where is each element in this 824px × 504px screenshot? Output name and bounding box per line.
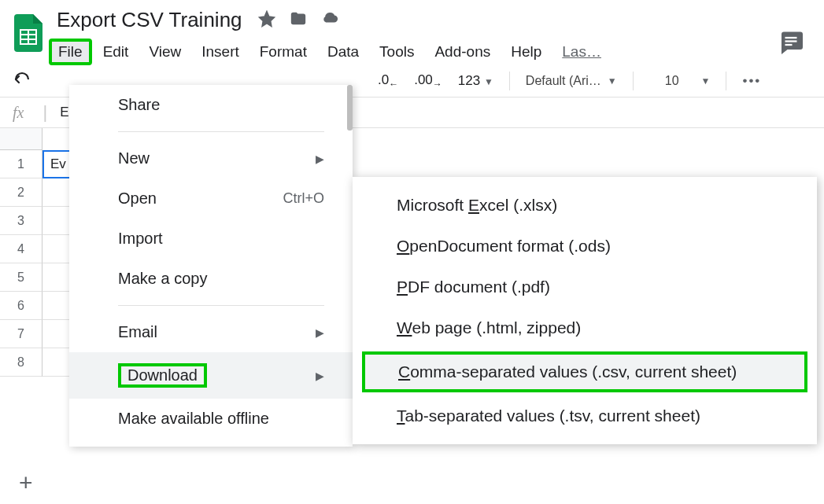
download-tsv[interactable]: Tab-separated values (.tsv, current shee… xyxy=(353,395,817,436)
decrease-decimal[interactable]: .0← xyxy=(378,72,398,90)
star-icon[interactable] xyxy=(258,10,275,31)
menu-format[interactable]: Format xyxy=(250,39,316,65)
menu-file[interactable]: File xyxy=(49,39,92,65)
menu-insert[interactable]: Insert xyxy=(192,39,249,65)
chevron-down-icon: ▼ xyxy=(608,75,617,86)
fx-value[interactable]: E xyxy=(60,105,68,120)
row-header[interactable]: 1 xyxy=(0,150,42,178)
menu-data[interactable]: Data xyxy=(318,39,368,65)
chevron-down-icon: ▼ xyxy=(701,75,711,86)
row-header[interactable]: 4 xyxy=(0,235,42,263)
fx-separator: | xyxy=(42,102,47,123)
menu-tools[interactable]: Tools xyxy=(370,39,423,65)
file-menu-download[interactable]: Download▶ xyxy=(69,352,353,399)
download-pdf[interactable]: PDF document (.pdf) xyxy=(353,267,817,307)
font-size-selector[interactable]: 10 ▼ xyxy=(649,74,711,88)
font-selector[interactable]: Default (Ari… ▼ xyxy=(526,74,617,88)
file-dropdown-menu: Share New▶ OpenCtrl+O Import Make a copy… xyxy=(69,85,353,447)
file-menu-open[interactable]: OpenCtrl+O xyxy=(69,178,353,219)
menubar: File Edit View Insert Format Data Tools … xyxy=(49,39,811,65)
select-all-corner[interactable] xyxy=(0,128,42,150)
menu-divider xyxy=(118,305,324,306)
menu-scrollbar[interactable] xyxy=(347,85,353,131)
download-submenu: Microsoft Excel (.xlsx) OpenDocument for… xyxy=(353,177,817,444)
row-header[interactable]: 5 xyxy=(0,263,42,292)
more-toolbar-icon[interactable]: ••• xyxy=(742,73,761,89)
fx-label: fx xyxy=(6,104,30,122)
download-xlsx[interactable]: Microsoft Excel (.xlsx) xyxy=(353,185,817,226)
toolbar-separator xyxy=(633,72,634,90)
sheets-logo-icon[interactable] xyxy=(13,13,44,53)
row-header[interactable]: 6 xyxy=(0,292,42,320)
row-header[interactable]: 7 xyxy=(0,320,42,348)
file-menu-share[interactable]: Share xyxy=(69,85,353,125)
number-format[interactable]: 123 ▼ xyxy=(458,73,493,89)
file-menu-new[interactable]: New▶ xyxy=(69,138,353,178)
toolbar-separator xyxy=(726,72,726,90)
chevron-right-icon: ▶ xyxy=(316,370,324,382)
undo-icon[interactable] xyxy=(13,72,31,90)
increase-decimal[interactable]: .00→ xyxy=(414,72,442,90)
font-name: Default (Ari… xyxy=(526,74,601,88)
download-ods[interactable]: OpenDocument format (.ods) xyxy=(353,226,817,267)
menu-addons[interactable]: Add-ons xyxy=(425,39,500,65)
add-sheet-button[interactable]: + xyxy=(19,469,33,496)
file-menu-import[interactable]: Import xyxy=(69,219,353,259)
row-header[interactable]: 2 xyxy=(0,178,42,207)
cloud-status-icon[interactable] xyxy=(321,10,338,31)
file-menu-make-copy[interactable]: Make a copy xyxy=(69,259,353,299)
row-header[interactable]: 8 xyxy=(0,348,42,377)
chevron-right-icon: ▶ xyxy=(316,153,324,165)
comments-icon[interactable] xyxy=(777,28,805,60)
menu-help[interactable]: Help xyxy=(501,39,551,65)
menu-view[interactable]: View xyxy=(139,39,190,65)
move-folder-icon[interactable] xyxy=(290,10,307,31)
row-header[interactable]: 3 xyxy=(0,207,42,235)
shortcut-label: Ctrl+O xyxy=(283,190,324,207)
menu-edit[interactable]: Edit xyxy=(94,39,139,65)
file-menu-offline[interactable]: Make available offline xyxy=(69,399,353,439)
menu-last-edit[interactable]: Las… xyxy=(552,39,611,65)
document-title[interactable]: Export CSV Training xyxy=(54,6,246,34)
font-size: 10 xyxy=(649,74,695,88)
chevron-right-icon: ▶ xyxy=(316,326,324,339)
file-menu-email[interactable]: Email▶ xyxy=(69,312,353,352)
menu-divider xyxy=(118,131,324,132)
download-html[interactable]: Web page (.html, zipped) xyxy=(353,307,817,348)
download-csv[interactable]: Comma-separated values (.csv, current sh… xyxy=(362,351,807,392)
toolbar-separator xyxy=(509,72,510,90)
